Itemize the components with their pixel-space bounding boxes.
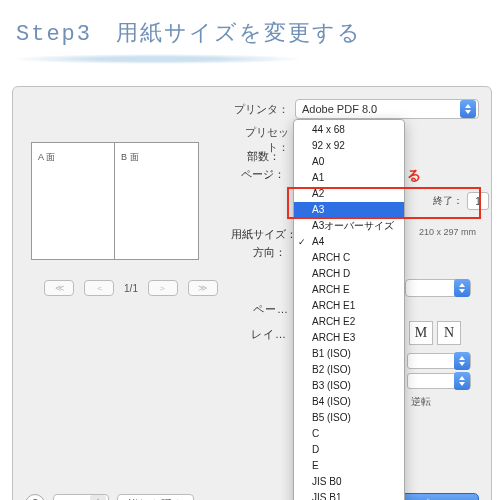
- preview-area: A 面 B 面 ≪ ＜ 1/1 ＞ ≫: [31, 142, 231, 296]
- paper-size-option[interactable]: A1: [294, 170, 404, 186]
- print-button[interactable]: プリント: [401, 493, 479, 500]
- paper-size-dropdown[interactable]: 44 x 6892 x 92A0A1A2A3A3オーバーサイズA4ARCH CA…: [293, 119, 405, 500]
- paper-size-label: 用紙サイズ：: [231, 227, 297, 242]
- end-page-group: 終了： 1: [433, 192, 489, 210]
- paper-size-option[interactable]: D: [294, 442, 404, 458]
- updown-icon: [454, 352, 470, 370]
- paper-size-option[interactable]: ARCH C: [294, 250, 404, 266]
- end-label: 終了：: [433, 194, 463, 208]
- page-counter: 1/1: [124, 283, 138, 294]
- paper-size-option[interactable]: ARCH E: [294, 282, 404, 298]
- paper-size-option[interactable]: A3: [294, 202, 404, 218]
- paper-size-option[interactable]: 44 x 68: [294, 122, 404, 138]
- hide-details-button[interactable]: 詳細を隠す: [117, 494, 194, 500]
- paper-size-option[interactable]: A2: [294, 186, 404, 202]
- printer-select[interactable]: Adobe PDF 8.0: [295, 99, 479, 119]
- paper-size-option[interactable]: ARCH E3: [294, 330, 404, 346]
- dialog-bottom-bar: ? PDF 詳細を隠す キャンセル プリント: [25, 493, 479, 500]
- paper-size-option[interactable]: B3 (ISO): [294, 378, 404, 394]
- help-button[interactable]: ?: [25, 494, 45, 500]
- page-section-label: ペー…: [253, 302, 289, 317]
- paper-size-option[interactable]: A4: [294, 234, 404, 250]
- preview-page-b: B 面: [115, 142, 199, 260]
- paper-size-option[interactable]: 92 x 92: [294, 138, 404, 154]
- step-title: Step3 用紙サイズを変更する: [0, 0, 500, 54]
- last-page-button[interactable]: ≫: [188, 280, 218, 296]
- paper-size-option[interactable]: B5 (ISO): [294, 410, 404, 426]
- paper-size-option[interactable]: JIS B1: [294, 490, 404, 500]
- paper-size-option[interactable]: C: [294, 426, 404, 442]
- orientation-option-m[interactable]: M: [409, 321, 433, 345]
- orientation-icons: M N: [409, 321, 461, 345]
- first-page-button[interactable]: ≪: [44, 280, 74, 296]
- paper-size-option[interactable]: B1 (ISO): [294, 346, 404, 362]
- orientation-option-n[interactable]: N: [437, 321, 461, 345]
- dropdown-partial-1[interactable]: [405, 279, 471, 297]
- paper-size-option[interactable]: A3オーバーサイズ: [294, 218, 404, 234]
- copies-label: 部数：: [247, 149, 280, 164]
- dropdown-partial-2[interactable]: [407, 353, 471, 369]
- pages-label: ページ：: [241, 167, 285, 182]
- printer-value: Adobe PDF 8.0: [302, 103, 377, 115]
- preview-page-a: A 面: [31, 142, 115, 260]
- paper-size-option[interactable]: ARCH D: [294, 266, 404, 282]
- prev-page-button[interactable]: ＜: [84, 280, 114, 296]
- paper-size-option[interactable]: B4 (ISO): [294, 394, 404, 410]
- paper-size-option[interactable]: B2 (ISO): [294, 362, 404, 378]
- print-dialog: プリンタ： Adobe PDF 8.0 プリセット： 部数： ページ： 用紙サイ…: [12, 86, 492, 500]
- updown-icon: [454, 279, 470, 297]
- paper-size-option[interactable]: JIS B0: [294, 474, 404, 490]
- dropdown-partial-3[interactable]: [407, 373, 471, 389]
- printer-label: プリンタ：: [231, 102, 289, 117]
- updown-icon: [460, 100, 476, 118]
- next-page-button[interactable]: ＞: [148, 280, 178, 296]
- title-underline-decoration: [12, 54, 302, 64]
- paper-size-option[interactable]: ARCH E1: [294, 298, 404, 314]
- layout-label: レイ…: [251, 327, 287, 342]
- paper-size-option[interactable]: A0: [294, 154, 404, 170]
- paper-size-option[interactable]: ARCH E2: [294, 314, 404, 330]
- paper-dimensions: 210 x 297 mm: [419, 227, 476, 237]
- pdf-menu-button[interactable]: PDF: [53, 494, 109, 500]
- flip-label: 逆転: [411, 395, 431, 409]
- updown-icon: [454, 372, 470, 390]
- end-page-input[interactable]: 1: [467, 192, 489, 210]
- orientation-label: 方向：: [253, 245, 286, 260]
- paper-size-option[interactable]: E: [294, 458, 404, 474]
